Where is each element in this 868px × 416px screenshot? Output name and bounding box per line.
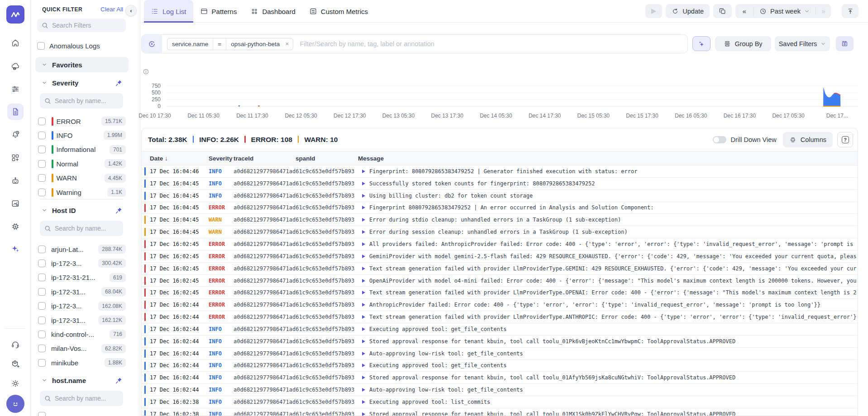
infra-chip-icon[interactable] bbox=[11, 222, 20, 231]
apps-grid-icon[interactable] bbox=[11, 153, 20, 162]
severity-filter-error[interactable]: ERROR15.71K bbox=[38, 116, 133, 126]
log-row[interactable]: 17 Dec 16:02:44ERRORa0d68212977986471ad6… bbox=[142, 299, 858, 311]
checkbox[interactable] bbox=[38, 345, 46, 352]
expand-arrow-icon[interactable] bbox=[362, 340, 365, 343]
expand-arrow-icon[interactable] bbox=[362, 194, 365, 198]
hostid-filter-item[interactable]: milan-Vos...62.82K bbox=[38, 344, 133, 354]
group-by-button[interactable]: Group By bbox=[715, 36, 771, 51]
anomalous-logs-checkbox[interactable] bbox=[37, 42, 45, 50]
column-header-message[interactable]: Message bbox=[358, 151, 384, 165]
copy-button[interactable] bbox=[713, 4, 732, 18]
log-row[interactable]: 17 Dec 16:02:45ERRORa0d68212977986471ad6… bbox=[142, 251, 858, 263]
column-header-severity[interactable]: Severity bbox=[209, 151, 233, 165]
hostid-filter-item[interactable]: ip-172-31-21...619 bbox=[38, 273, 133, 283]
expand-arrow-icon[interactable] bbox=[362, 242, 365, 246]
severity-filter-warning[interactable]: Warning1.1K bbox=[38, 187, 133, 197]
checkbox[interactable] bbox=[38, 189, 46, 196]
search-filters-input[interactable]: Search Filters bbox=[37, 19, 126, 32]
log-row[interactable]: 17 Dec 16:02:44INFOa0d68212977986471ad61… bbox=[142, 323, 858, 336]
sidebar-collapse-button[interactable]: ‹ bbox=[125, 5, 137, 16]
time-prev-button[interactable]: « bbox=[735, 4, 753, 18]
expand-arrow-icon[interactable] bbox=[362, 291, 365, 294]
favorites-section[interactable]: Favorites bbox=[35, 57, 129, 72]
hostid-filter-item[interactable]: ip-172-31...68.04K bbox=[38, 287, 133, 297]
expand-arrow-icon[interactable] bbox=[362, 267, 365, 270]
filters-icon[interactable] bbox=[11, 85, 20, 94]
ai-filter-icon-button[interactable] bbox=[142, 35, 162, 53]
hostid-filter-item[interactable]: ip-172-3...162.08K bbox=[38, 301, 133, 311]
hostid-filter-item[interactable]: arjun-Lat...288.74K bbox=[38, 244, 133, 254]
app-logo[interactable] bbox=[6, 5, 24, 24]
log-row[interactable]: 17 Dec 16:02:44INFOa0d68212977986471ad61… bbox=[142, 336, 858, 348]
log-row[interactable]: 17 Dec 16:04:45INFOa0d68212977986471ad61… bbox=[142, 190, 858, 202]
integrations-box-icon[interactable] bbox=[11, 359, 20, 369]
export-button[interactable] bbox=[842, 4, 858, 18]
severity-search-input[interactable]: Search by name... bbox=[40, 93, 123, 109]
checkbox[interactable] bbox=[38, 246, 46, 253]
log-row[interactable]: 17 Dec 16:02:38INFOa0d68212977986471ad61… bbox=[142, 408, 858, 416]
data-cloud-icon[interactable] bbox=[11, 61, 20, 71]
severity-filter-informational[interactable]: Informational701 bbox=[38, 145, 133, 155]
log-row[interactable]: 17 Dec 16:04:45WARNa0d68212977986471ad61… bbox=[142, 214, 858, 226]
log-row[interactable]: 17 Dec 16:02:38INFOa0d68212977986471ad61… bbox=[142, 396, 858, 408]
expand-arrow-icon[interactable] bbox=[362, 388, 365, 392]
log-row[interactable]: 17 Dec 16:02:44INFOa0d68212977986471ad61… bbox=[142, 348, 858, 360]
tab-custom-metrics[interactable]: Custom Metrics bbox=[302, 0, 375, 23]
time-range-dropdown[interactable]: Past week bbox=[754, 4, 816, 18]
ai-sparkle-icon[interactable] bbox=[11, 244, 20, 253]
column-header-spanid[interactable]: spanId bbox=[296, 151, 315, 165]
checkbox[interactable] bbox=[38, 146, 46, 153]
checkbox[interactable] bbox=[38, 274, 46, 281]
home-icon[interactable] bbox=[11, 38, 20, 47]
severity-filter-warn[interactable]: WARN4.45K bbox=[38, 173, 133, 183]
hostid-filter-item[interactable]: kind-control-...716 bbox=[38, 329, 133, 339]
log-row[interactable]: 17 Dec 16:02:44ERRORa0d68212977986471ad6… bbox=[142, 311, 858, 323]
filter-search-bar[interactable]: service.name = opsai-python-beta × Filte… bbox=[141, 34, 688, 53]
hostid-filter-item[interactable]: ip-172-31...162.12K bbox=[38, 315, 133, 325]
log-row[interactable]: 17 Dec 16:02:45ERRORa0d68212977986471ad6… bbox=[142, 238, 858, 251]
save-filter-button[interactable] bbox=[836, 36, 854, 51]
checkbox[interactable] bbox=[38, 359, 46, 367]
checkbox[interactable] bbox=[38, 412, 46, 416]
hostid-filter-item[interactable]: minikube1.88K bbox=[38, 358, 133, 368]
hostid-section-header[interactable]: Host ID bbox=[35, 204, 129, 216]
expand-arrow-icon[interactable] bbox=[362, 315, 365, 319]
user-avatar[interactable] bbox=[6, 395, 24, 413]
expand-arrow-icon[interactable] bbox=[362, 400, 365, 404]
hostid-filter-item[interactable]: ip-172-3...300.42K bbox=[38, 258, 133, 268]
clear-all-link[interactable]: Clear All bbox=[100, 6, 123, 13]
checkbox[interactable] bbox=[38, 331, 46, 338]
log-row[interactable]: 17 Dec 16:02:44INFOa0d68212977986471ad61… bbox=[142, 384, 858, 396]
severity-section-header[interactable]: Severity bbox=[35, 77, 129, 89]
checkbox[interactable] bbox=[38, 288, 46, 296]
column-header-date[interactable]: Date ↓ bbox=[150, 151, 168, 165]
anomalous-logs-row[interactable]: Anomalous Logs bbox=[37, 41, 100, 50]
log-row[interactable]: 17 Dec 16:02:45ERRORa0d68212977986471ad6… bbox=[142, 275, 858, 287]
tab-log-list[interactable]: Log List bbox=[144, 0, 193, 23]
hostname-section-header[interactable]: host.name bbox=[35, 374, 129, 386]
pin-icon[interactable] bbox=[115, 377, 122, 384]
tab-patterns[interactable]: Patterns bbox=[193, 0, 244, 23]
pin-icon[interactable] bbox=[115, 207, 122, 214]
checkbox[interactable] bbox=[38, 317, 46, 324]
expand-arrow-icon[interactable] bbox=[362, 364, 365, 367]
log-row[interactable]: 17 Dec 16:04:46INFOa0d68212977986471ad61… bbox=[142, 165, 858, 178]
support-headset-icon[interactable] bbox=[11, 340, 20, 349]
reports-icon[interactable] bbox=[11, 199, 20, 208]
columns-button[interactable]: Columns bbox=[783, 132, 833, 147]
expand-arrow-icon[interactable] bbox=[362, 376, 365, 379]
log-row[interactable]: 17 Dec 16:02:44INFOa0d68212977986471ad61… bbox=[142, 372, 858, 384]
pin-icon[interactable] bbox=[115, 80, 122, 86]
time-next-button[interactable]: » bbox=[816, 4, 831, 18]
alerts-bell-icon[interactable] bbox=[11, 130, 20, 139]
tab-dashboard[interactable]: Dashboard bbox=[243, 0, 302, 23]
logs-icon[interactable] bbox=[11, 107, 20, 116]
filter-chip[interactable]: service.name = opsai-python-beta × bbox=[167, 38, 293, 50]
expand-arrow-icon[interactable] bbox=[362, 206, 365, 209]
expand-arrow-icon[interactable] bbox=[362, 303, 365, 307]
log-row[interactable]: 17 Dec 16:04:45INFOa0d68212977986471ad61… bbox=[142, 178, 858, 190]
settings-gear-icon[interactable] bbox=[11, 379, 20, 388]
log-row[interactable]: 17 Dec 16:02:45ERRORa0d68212977986471ad6… bbox=[142, 287, 858, 299]
expand-arrow-icon[interactable] bbox=[362, 279, 365, 283]
play-button[interactable] bbox=[645, 4, 662, 18]
